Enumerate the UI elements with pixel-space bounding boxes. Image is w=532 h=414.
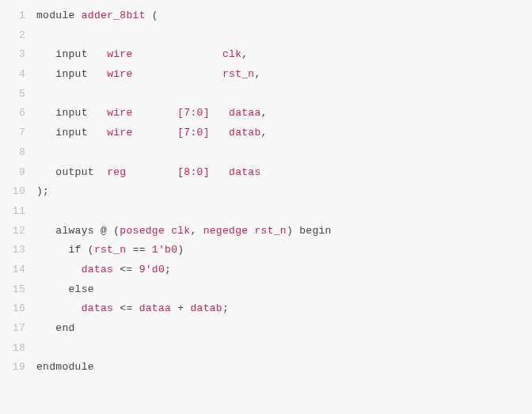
line-number: 12: [0, 222, 36, 241]
code-block: 1module adder_8bit (23 input wire clk,4 …: [0, 0, 532, 414]
line-number: 1: [0, 6, 36, 26]
code-line: 1module adder_8bit (: [0, 6, 532, 26]
code-line: 10);: [0, 182, 532, 202]
line-number: 9: [0, 163, 36, 183]
code-content: input wire rst_n,: [36, 65, 261, 85]
code-content: endmodule: [36, 358, 94, 378]
code-line: 14 datas <= 9'd0;: [0, 260, 532, 280]
code-content: end: [36, 319, 75, 339]
code-line: 8: [0, 143, 532, 163]
code-content: input wire clk,: [36, 45, 248, 65]
code-line: 16 datas <= dataa + datab;: [0, 299, 532, 319]
line-number: 2: [0, 26, 36, 46]
code-line: 12 always @ (posedge clk, negedge rst_n)…: [0, 222, 532, 241]
code-line: 18: [0, 339, 532, 359]
line-number: 17: [0, 319, 36, 339]
code-line: 2: [0, 26, 532, 46]
line-number: 4: [0, 65, 36, 85]
code-content: input wire [7:0] datab,: [36, 123, 268, 143]
code-content: always @ (posedge clk, negedge rst_n) be…: [36, 222, 332, 241]
line-number: 15: [0, 280, 36, 300]
line-number: 6: [0, 104, 36, 123]
code-line: 19endmodule: [0, 358, 532, 378]
code-line: 9 output reg [8:0] datas: [0, 163, 532, 183]
line-number: 11: [0, 202, 36, 222]
line-number: 7: [0, 123, 36, 143]
line-number: 8: [0, 143, 36, 163]
line-number: 16: [0, 299, 36, 319]
code-line: 6 input wire [7:0] dataa,: [0, 104, 532, 123]
code-content: input wire [7:0] dataa,: [36, 104, 268, 123]
code-line: 7 input wire [7:0] datab,: [0, 123, 532, 143]
code-content: else: [36, 280, 94, 300]
code-line: 3 input wire clk,: [0, 45, 532, 65]
code-line: 15 else: [0, 280, 532, 300]
code-content: module adder_8bit (: [36, 6, 158, 26]
code-content: if (rst_n == 1'b0): [36, 241, 184, 260]
line-number: 14: [0, 260, 36, 280]
code-line: 4 input wire rst_n,: [0, 65, 532, 85]
code-content: );: [36, 182, 49, 202]
code-content: datas <= dataa + datab;: [36, 299, 229, 319]
line-number: 18: [0, 339, 36, 359]
line-number: 10: [0, 182, 36, 202]
line-number: 13: [0, 241, 36, 260]
code-content: datas <= 9'd0;: [36, 260, 171, 280]
line-number: 19: [0, 358, 36, 378]
code-line: 5: [0, 85, 532, 104]
line-number: 5: [0, 85, 36, 104]
code-content: output reg [8:0] datas: [36, 163, 261, 183]
code-line: 11: [0, 202, 532, 222]
code-line: 17 end: [0, 319, 532, 339]
code-line: 13 if (rst_n == 1'b0): [0, 241, 532, 260]
line-number: 3: [0, 45, 36, 65]
